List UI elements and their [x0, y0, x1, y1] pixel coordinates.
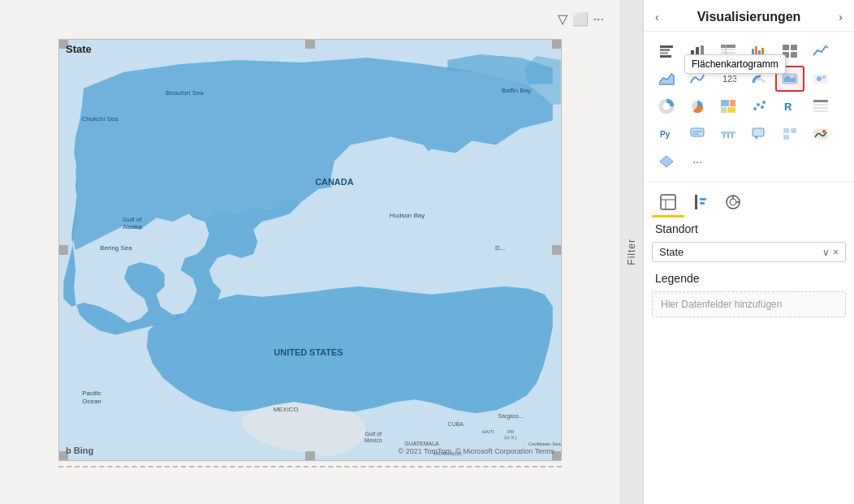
- svg-text:CUBA: CUBA: [448, 421, 464, 427]
- svg-text:Hudson Bay: Hudson Bay: [390, 212, 425, 219]
- map-copyright: © 2021 TomTom, © Microsoft Corporation T…: [399, 447, 555, 455]
- svg-rect-43: [791, 52, 797, 58]
- viz-scatter[interactable]: [744, 93, 774, 119]
- viz-decomp[interactable]: [714, 121, 743, 147]
- svg-rect-76: [783, 135, 789, 140]
- map-label: State: [66, 43, 92, 55]
- resize-handle-ml[interactable]: [58, 245, 68, 255]
- svg-rect-80: [661, 195, 675, 209]
- svg-rect-26: [660, 52, 668, 54]
- viz-donut[interactable]: [652, 93, 681, 119]
- section-tab-format[interactable]: [684, 188, 717, 218]
- panel-nav-right[interactable]: ›: [839, 11, 843, 24]
- svg-rect-65: [691, 128, 704, 136]
- svg-point-57: [761, 106, 764, 109]
- map-svg: UNITED STATES CANADA Bering Sea Gulf of …: [59, 40, 561, 460]
- standort-label: Standort: [644, 218, 854, 239]
- panel-title: Visualisierungen: [697, 10, 801, 24]
- resize-handle-tr[interactable]: [552, 39, 562, 49]
- svg-point-48: [822, 75, 826, 79]
- viz-area[interactable]: [652, 66, 681, 92]
- viz-stacked-bar[interactable]: [652, 38, 681, 64]
- map-area: ▽ ⬜ ··· State: [0, 0, 620, 504]
- svg-text:GUATEMALA: GUATEMALA: [404, 441, 439, 446]
- svg-text:UNITED STATES: UNITED STATES: [274, 347, 343, 356]
- svg-text:R: R: [784, 101, 792, 113]
- svg-point-55: [753, 107, 757, 110]
- viz-line[interactable]: [806, 38, 835, 64]
- svg-text:Sargass...: Sargass...: [498, 413, 523, 420]
- viz-qa[interactable]: [744, 121, 774, 147]
- svg-text:MEXICO: MEXICO: [273, 406, 298, 413]
- state-remove-icon[interactable]: ×: [833, 247, 839, 258]
- right-panel: ‹ Visualisierungen ›: [643, 0, 854, 504]
- viz-more[interactable]: ···: [683, 149, 712, 174]
- svg-text:HAITI: HAITI: [482, 429, 495, 434]
- bing-watermark: b Bing: [66, 446, 93, 455]
- svg-text:Py: Py: [660, 130, 671, 139]
- state-chevron-icon[interactable]: ∨: [822, 247, 830, 258]
- svg-rect-51: [721, 100, 729, 106]
- resize-handle-tm[interactable]: [305, 39, 315, 49]
- svg-point-78: [822, 130, 826, 133]
- viz-grid-container: 123: [644, 32, 854, 181]
- viz-pie[interactable]: [683, 93, 712, 119]
- viz-smart-narrative[interactable]: [683, 121, 712, 147]
- panel-nav-left[interactable]: ‹: [655, 11, 659, 24]
- svg-rect-60: [813, 100, 828, 102]
- svg-rect-41: [791, 45, 797, 50]
- svg-rect-53: [721, 107, 727, 113]
- svg-rect-68: [721, 131, 735, 134]
- viz-page-nav[interactable]: [775, 121, 804, 147]
- state-field-icons: ∨ ×: [822, 247, 839, 258]
- svg-text:CANADA: CANADA: [315, 177, 353, 187]
- svg-rect-40: [783, 45, 789, 50]
- viz-table2[interactable]: [806, 93, 835, 119]
- viz-r-visual[interactable]: R: [775, 93, 804, 119]
- svg-text:Alaska: Alaska: [123, 223, 142, 230]
- state-field[interactable]: State ∨ ×: [652, 242, 846, 262]
- svg-text:(U.S.): (U.S.): [504, 435, 517, 440]
- svg-rect-25: [660, 49, 670, 51]
- svg-point-87: [730, 199, 736, 205]
- section-tabs: [644, 181, 854, 218]
- legende-label: Legende: [644, 265, 854, 288]
- choropleth-tooltip: Flächenkartogramm: [684, 54, 786, 74]
- more-icon[interactable]: ···: [593, 12, 604, 27]
- filter-icon[interactable]: ▽: [558, 11, 567, 27]
- svg-marker-79: [660, 156, 673, 167]
- svg-rect-54: [727, 107, 735, 113]
- svg-text:Beaufort Sea: Beaufort Sea: [166, 88, 204, 96]
- legende-placeholder: Hier Datenfelder hinzufügen: [652, 291, 846, 317]
- svg-rect-83: [695, 195, 697, 209]
- svg-text:Caribbean Sea: Caribbean Sea: [528, 442, 561, 446]
- svg-point-47: [817, 76, 822, 81]
- svg-text:Baffin Bay: Baffin Bay: [502, 86, 531, 93]
- section-tab-fields[interactable]: [652, 188, 684, 218]
- viz-map-bubble[interactable]: [806, 66, 835, 92]
- svg-rect-84: [700, 198, 706, 200]
- panel-header: ‹ Visualisierungen ›: [644, 0, 854, 32]
- expand-icon[interactable]: ⬜: [572, 11, 589, 27]
- svg-text:123: 123: [722, 74, 736, 84]
- svg-text:D...: D...: [495, 244, 505, 252]
- svg-rect-72: [753, 128, 764, 136]
- viz-arcgis[interactable]: [806, 121, 835, 147]
- filter-strip: Filter: [620, 0, 643, 504]
- filter-label: Filter: [626, 239, 637, 265]
- svg-text:PR: PR: [507, 429, 515, 434]
- svg-rect-31: [721, 45, 735, 48]
- dotted-bottom: [58, 466, 562, 474]
- resize-handle-bm[interactable]: [305, 451, 315, 461]
- viz-treemap[interactable]: [714, 93, 743, 119]
- svg-text:Chukchi Sea: Chukchi Sea: [81, 114, 119, 122]
- svg-rect-85: [700, 202, 705, 205]
- svg-rect-27: [660, 55, 671, 58]
- resize-handle-mr[interactable]: [552, 245, 562, 255]
- viz-diamond[interactable]: [652, 149, 681, 174]
- viz-python[interactable]: Py: [652, 121, 681, 147]
- svg-text:Mexico: Mexico: [364, 437, 382, 443]
- section-tab-analytics[interactable]: [717, 188, 749, 218]
- map-container: State UNIT: [58, 39, 562, 461]
- svg-marker-73: [754, 136, 757, 140]
